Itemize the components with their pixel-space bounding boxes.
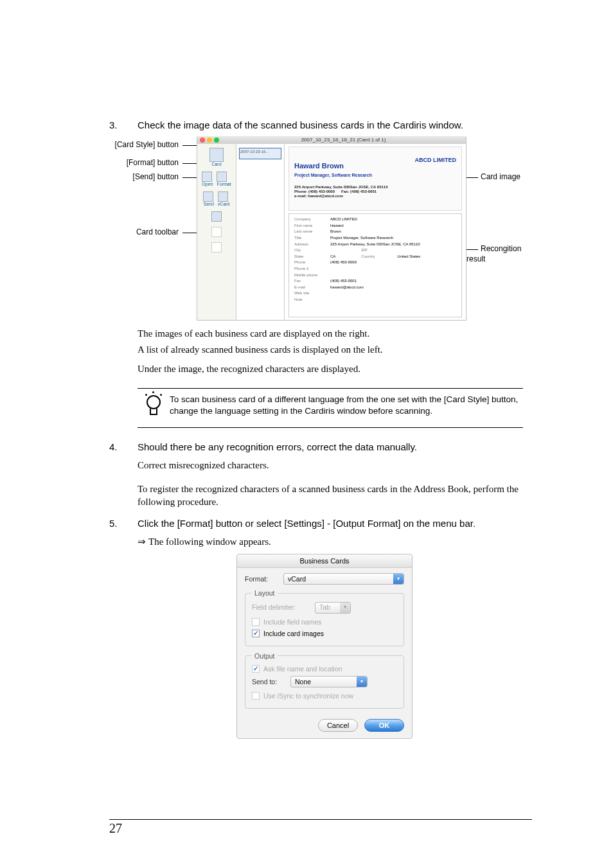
checkbox-icon [252,618,260,626]
checkbox-icon [252,665,260,673]
lightbulb-icon [144,395,163,421]
arrows-icon[interactable] [211,227,222,237]
step3-body3: Under the image, the recognized characte… [138,362,523,375]
callout-recognition: Recongition result [466,244,523,264]
close-dot-icon [200,137,205,143]
select-arrow-icon: ▾ [393,574,404,584]
callout-toolbar: Card toolbar [136,227,197,237]
step4-heading: Should there be any recognition errors, … [138,441,523,454]
sendto-label: Send to: [252,677,285,686]
select-arrow-icon: ▾ [340,603,350,613]
step5-arrow-text: The following window appears. [148,535,271,548]
tip-box: To scan business card of a different lan… [138,388,523,428]
checkbox-icon [252,692,260,700]
cancel-button[interactable]: Cancel [318,719,358,732]
field-delim-select: Tab ▾ [315,602,351,614]
card-title: Project Manager, Software Research [294,172,456,178]
include-fields-checkbox: Include field names [252,617,397,626]
list-item[interactable]: 2007-10-23-16... [239,148,281,159]
min-dot-icon [207,137,212,143]
vcard-label: vCard [218,202,230,206]
step3-body2: A list of already scanned business cards… [138,343,523,356]
card-image: ABCD LIMITED Haward Brown Project Manage… [289,146,462,211]
ask-file-checkbox: Ask file name and location [252,664,397,673]
dialog-title: Business Cards [237,554,412,569]
card-company: ABCD LIMITED [415,156,457,164]
ok-button[interactable]: OK [364,719,404,732]
format-label: Format [217,182,231,186]
format-select[interactable]: vCard ▾ [283,573,404,585]
step4-body1: Correct misrecognized characters. [138,459,523,472]
vcard-icon[interactable] [218,191,228,202]
open-label: Open [202,182,213,186]
card-address: 225 Airport Parkway, Suite 030San JOSE, … [294,185,456,190]
sendto-select[interactable]: None ▾ [290,676,368,687]
step5-heading: Click the [Format] button or select [Set… [138,517,523,530]
format-icon[interactable] [217,172,227,182]
output-legend: Output [252,651,278,660]
step-number: 4. [109,441,138,454]
checkbox-icon [252,630,260,637]
rotate-icon[interactable] [211,211,222,222]
card-phone: Phone: (408) 453-0000 [294,190,335,193]
card-email: e-mail: haward@abcd.com [294,194,456,199]
layout-legend: Layout [252,589,278,598]
magnify-icon[interactable] [211,242,222,252]
send-icon[interactable] [203,191,213,202]
field-delim-label: Field delimiter: [252,603,310,612]
step-number: 5. [109,517,138,530]
cardiris-figure: [Card Style] button [Format] button [Sen… [109,137,523,321]
business-cards-dialog: Business Cards Format: vCard ▾ Layout Fi… [236,554,413,740]
open-icon[interactable] [202,172,212,182]
callout-card-style: [Card Style] button [115,139,197,150]
step-number: 3. [109,119,138,132]
arrow-icon: ⇒ [138,535,146,548]
include-images-checkbox[interactable]: Include card images [252,629,397,638]
step3-heading: Check the image data of the scanned busi… [138,119,523,132]
card-style-icon[interactable] [209,148,224,162]
select-arrow-icon: ▾ [357,677,367,687]
recognition-result: CompanyABCD LIMITED First nameHaward Las… [289,213,462,317]
cardiris-window: 2007_10_23_16_18_21 (Card 1 of 1) Card O… [197,137,466,321]
isync-checkbox: Use iSync to synchronize now [252,691,397,700]
card-fax: Fax: (408) 453-0001 [341,190,377,193]
tip-text: To scan business card of a different lan… [170,394,520,417]
card-toolbar: Card Open Format Send [197,137,236,320]
send-label: Send [203,202,213,206]
step3-body1: The images of each business card are dis… [138,327,523,340]
page-number: 27 [109,821,122,835]
callout-card-image: Card image [466,172,520,182]
zoom-dot-icon [214,137,219,143]
step4-body2: To register the recognized characters of… [138,483,523,509]
card-style-label: Card [209,162,224,166]
callout-send: [Send] button [133,172,197,182]
callout-format: [Format] button [127,157,197,168]
format-label: Format: [245,574,278,583]
scanned-list: 2007-10-23-16... [236,137,285,320]
window-title: 2007_10_23_16_18_21 (Card 1 of 1) [301,137,386,144]
